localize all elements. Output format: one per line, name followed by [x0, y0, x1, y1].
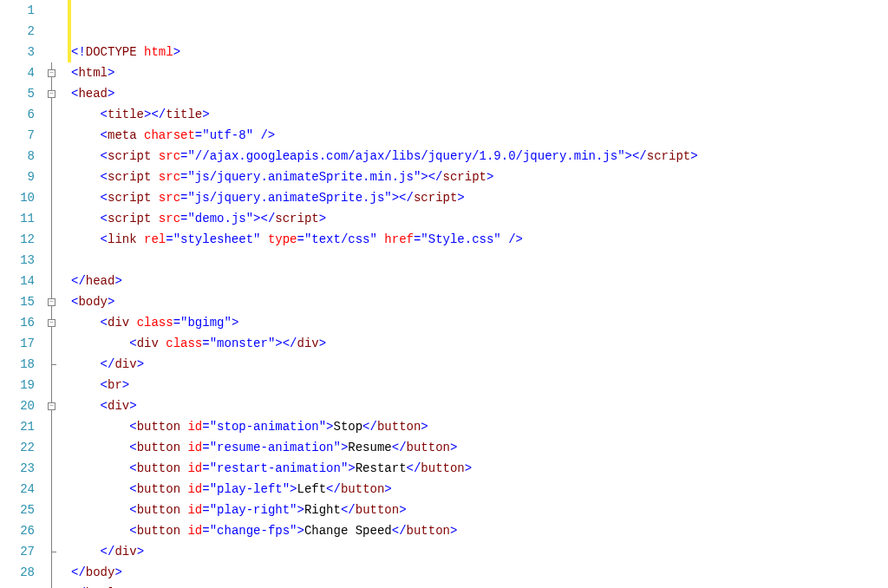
code-line[interactable]	[71, 21, 888, 42]
line-number[interactable]: 2	[0, 21, 35, 42]
fold-guide	[51, 541, 52, 552]
fold-guide	[51, 77, 52, 83]
line-number[interactable]: 29	[0, 583, 35, 588]
line-number[interactable]: 28	[0, 562, 35, 583]
fold-guide	[51, 208, 52, 229]
fold-guide	[51, 333, 52, 354]
code-line[interactable]: <br>	[71, 375, 888, 395]
code-line[interactable]: <div class="monster"></div>	[71, 333, 888, 354]
line-number[interactable]: 17	[0, 333, 35, 354]
fold-guide	[51, 479, 52, 500]
code-line[interactable]: <button id="resume-animation">Resume</bu…	[71, 437, 888, 458]
line-number[interactable]: 26	[0, 520, 35, 541]
fold-guide	[51, 98, 52, 104]
fold-guide	[51, 146, 52, 167]
line-number[interactable]: 27	[0, 541, 35, 562]
code-line[interactable]: <link rel="stylesheet" type="text/css" h…	[71, 229, 888, 250]
fold-toggle-icon[interactable]: −	[48, 298, 56, 306]
code-line[interactable]: <script src="js/jquery.animateSprite.min…	[71, 167, 888, 187]
fold-guide	[51, 500, 52, 520]
line-number[interactable]: 13	[0, 250, 35, 271]
fold-toggle-icon[interactable]: −	[48, 319, 56, 327]
line-number[interactable]: 5	[0, 83, 35, 104]
line-number[interactable]: 9	[0, 167, 35, 187]
code-line[interactable]: <body>	[71, 291, 888, 312]
fold-guide	[51, 520, 52, 541]
fold-guide	[51, 552, 52, 562]
line-number[interactable]: 10	[0, 187, 35, 208]
fold-guide	[51, 291, 52, 298]
fold-guide	[51, 229, 52, 250]
line-number-gutter[interactable]: 1234567891011121314151617181920212223242…	[0, 0, 42, 588]
fold-guide	[51, 437, 52, 458]
code-line[interactable]: <script src="//ajax.googleapis.com/ajax/…	[71, 146, 888, 167]
fold-guide	[51, 354, 52, 364]
line-number[interactable]: 18	[0, 354, 35, 375]
fold-guide	[51, 375, 52, 395]
fold-guide	[51, 562, 52, 583]
line-number[interactable]: 3	[0, 42, 35, 62]
fold-guide	[51, 125, 52, 146]
fold-guide	[51, 312, 52, 319]
fold-guide	[51, 395, 52, 402]
fold-guide	[51, 62, 52, 69]
line-number[interactable]: 6	[0, 104, 35, 125]
fold-guide	[51, 364, 52, 375]
code-line[interactable]: </div>	[71, 541, 888, 562]
fold-guide	[51, 327, 52, 333]
code-line[interactable]: </body>	[71, 562, 888, 583]
fold-toggle-icon[interactable]: −	[48, 402, 56, 410]
code-line[interactable]: <script src="demo.js"></script>	[71, 208, 888, 229]
code-line[interactable]: <button id="play-right">Right</button>	[71, 500, 888, 520]
fold-guide	[51, 187, 52, 208]
code-line[interactable]: </head>	[71, 271, 888, 291]
code-line[interactable]: </div>	[71, 354, 888, 375]
line-number[interactable]: 19	[0, 375, 35, 395]
fold-column[interactable]: −−−−−	[42, 0, 68, 588]
code-line[interactable]: <meta charset="utf-8" />	[71, 125, 888, 146]
line-number[interactable]: 12	[0, 229, 35, 250]
fold-guide	[51, 167, 52, 187]
code-line[interactable]: <head>	[71, 83, 888, 104]
fold-guide	[51, 416, 52, 437]
fold-guide	[51, 271, 52, 291]
code-line[interactable]: <div class="bgimg">	[71, 312, 888, 333]
fold-toggle-icon[interactable]: −	[48, 90, 56, 98]
line-number[interactable]: 7	[0, 125, 35, 146]
line-number[interactable]: 23	[0, 458, 35, 479]
code-line[interactable]: </html>	[71, 583, 888, 588]
line-number[interactable]: 14	[0, 271, 35, 291]
code-line[interactable]: <script src="js/jquery.animateSprite.js"…	[71, 187, 888, 208]
code-line[interactable]	[71, 0, 888, 21]
line-number[interactable]: 1	[0, 0, 35, 21]
code-line[interactable]: <button id="restart-animation">Restart</…	[71, 458, 888, 479]
line-number[interactable]: 4	[0, 62, 35, 83]
fold-guide	[51, 104, 52, 125]
fold-toggle-icon[interactable]: −	[48, 69, 56, 77]
code-line[interactable]: <button id="change-fps">Change Speed</bu…	[71, 520, 888, 541]
line-number[interactable]: 24	[0, 479, 35, 500]
code-line[interactable]: <!DOCTYPE html>	[71, 42, 888, 62]
code-line[interactable]: <title></title>	[71, 104, 888, 125]
code-editor-content[interactable]: <!DOCTYPE html><html><head> <title></tit…	[68, 0, 888, 588]
line-number[interactable]: 21	[0, 416, 35, 437]
line-number[interactable]: 8	[0, 146, 35, 167]
code-line[interactable]: <button id="stop-animation">Stop</button…	[71, 416, 888, 437]
fold-guide	[51, 250, 52, 271]
line-number[interactable]: 25	[0, 500, 35, 520]
fold-guide	[51, 410, 52, 416]
line-number[interactable]: 16	[0, 312, 35, 333]
code-line[interactable]: <html>	[71, 62, 888, 83]
fold-guide	[51, 583, 52, 588]
line-number[interactable]: 11	[0, 208, 35, 229]
line-number[interactable]: 22	[0, 437, 35, 458]
current-line-highlight	[68, 0, 71, 62]
line-number[interactable]: 20	[0, 395, 35, 416]
line-number[interactable]: 15	[0, 291, 35, 312]
fold-guide	[51, 83, 52, 90]
code-line[interactable]: <button id="play-left">Left</button>	[71, 479, 888, 500]
fold-guide	[51, 458, 52, 479]
code-line[interactable]: <div>	[71, 395, 888, 416]
code-line[interactable]	[71, 250, 888, 271]
fold-guide	[51, 306, 52, 312]
